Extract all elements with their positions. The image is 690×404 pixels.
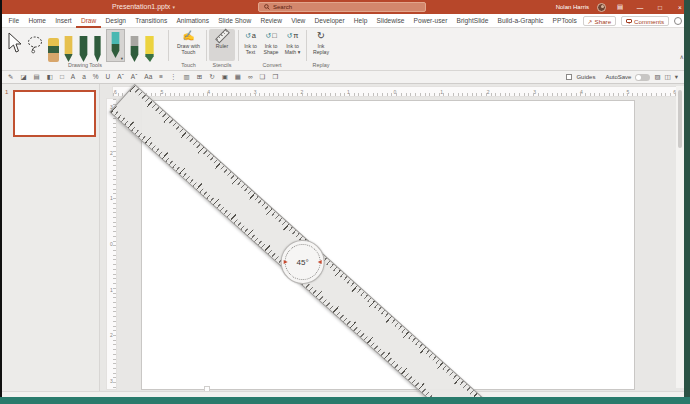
selected-pen-tool[interactable]: ▾ bbox=[106, 29, 125, 62]
menu-tab[interactable]: File bbox=[4, 14, 24, 28]
menu-tab[interactable]: Help bbox=[349, 14, 372, 28]
menu-tab[interactable]: Design bbox=[101, 14, 131, 28]
clipboard-icon[interactable]: ▤ bbox=[34, 71, 40, 83]
guides-label: Guides bbox=[576, 74, 595, 80]
pen-tool[interactable] bbox=[78, 36, 89, 62]
group-label-stencils: Stencils bbox=[204, 62, 240, 68]
scrollbar-thumb[interactable] bbox=[678, 90, 682, 148]
chevron-down-icon[interactable]: ▾ bbox=[675, 71, 678, 83]
change-case-icon[interactable]: Aa bbox=[144, 71, 152, 83]
slide-thumbnail[interactable] bbox=[13, 90, 96, 137]
arrange-icon[interactable]: ▣ bbox=[222, 71, 228, 83]
share-button[interactable]: ↗ Share bbox=[583, 16, 617, 26]
chevron-down-icon[interactable]: ▾ bbox=[121, 57, 123, 61]
vertical-ruler: 3210123 bbox=[106, 98, 117, 390]
align-icon[interactable]: ▥ bbox=[184, 71, 190, 83]
menu-tab[interactable]: Draw bbox=[76, 14, 101, 28]
rotate-icon[interactable]: ↻ bbox=[209, 71, 214, 83]
menu-tab[interactable]: Power-user bbox=[409, 14, 452, 28]
slide-number: 1 bbox=[5, 89, 8, 95]
menu-tab[interactable]: Review bbox=[256, 14, 287, 28]
pen-tool[interactable] bbox=[93, 36, 102, 62]
menu-tab[interactable]: Slidewise bbox=[372, 14, 409, 28]
menu-tab[interactable]: BrightSlide bbox=[452, 14, 493, 28]
draw-with-touch-button[interactable]: ✍ Draw with Touch bbox=[172, 29, 205, 61]
document-title[interactable]: Presentation1.pptx▾ bbox=[112, 3, 175, 10]
shrink-font-icon[interactable]: Aˇ bbox=[131, 71, 138, 83]
menu-tab[interactable]: PPTools bbox=[548, 14, 581, 28]
bullets-icon[interactable]: ≡ bbox=[159, 71, 163, 83]
ink-to-shape-button[interactable]: ↺□ Ink to Shape bbox=[261, 29, 281, 61]
outline-color-icon[interactable]: □ bbox=[60, 71, 64, 83]
menu-tab[interactable]: View bbox=[287, 14, 310, 28]
group-label-touch: Touch bbox=[172, 62, 205, 68]
ruler-button[interactable]: Ruler bbox=[209, 29, 235, 61]
screen-icon[interactable]: ▨ bbox=[654, 71, 660, 83]
menu-tab[interactable]: Transitions bbox=[131, 14, 172, 28]
percent-style-icon[interactable]: % bbox=[93, 71, 99, 83]
lasso-select-tool[interactable] bbox=[27, 36, 44, 54]
grow-font-icon[interactable]: Aˆ bbox=[117, 71, 124, 83]
menu-tab[interactable]: Insert bbox=[51, 14, 77, 28]
ruler-number: 1 bbox=[110, 195, 113, 201]
menu-tab[interactable]: Animations bbox=[172, 14, 214, 28]
comments-button[interactable]: Comments bbox=[621, 16, 669, 26]
ink-to-text-button[interactable]: ↺a Ink to Text bbox=[241, 29, 260, 61]
comment-icon[interactable]: ❏ bbox=[260, 71, 266, 83]
slide-thumbnail-panel[interactable]: 1 bbox=[2, 84, 100, 397]
ink-replay-button[interactable]: ↻ Ink Replay bbox=[309, 29, 333, 61]
ink-to-text-icon: ↺a bbox=[245, 29, 256, 42]
highlighter-tool[interactable] bbox=[144, 36, 155, 62]
ruler-number: 5 bbox=[161, 87, 164, 96]
maximize-button[interactable]: □ bbox=[654, 4, 666, 11]
ruler-number: 2 bbox=[300, 87, 303, 96]
link-icon[interactable]: ∞ bbox=[248, 71, 253, 83]
ruler-number: 3 bbox=[254, 87, 257, 96]
highlight-color-icon[interactable]: a bbox=[82, 71, 86, 83]
screen-edge-right bbox=[684, 0, 690, 404]
select-tool[interactable] bbox=[5, 32, 23, 54]
underline-icon[interactable]: U bbox=[106, 71, 111, 83]
pencil-tool[interactable] bbox=[63, 36, 74, 62]
document-title-text: Presentation1.pptx bbox=[112, 3, 170, 10]
group-divider bbox=[238, 30, 239, 61]
group-label-convert: Convert bbox=[241, 62, 303, 68]
autosave-toggle[interactable] bbox=[635, 74, 650, 81]
guides-checkbox[interactable] bbox=[566, 74, 572, 80]
ribbon-tab-bar: FileHomeInsertDrawDesignTransitionsAnima… bbox=[0, 14, 690, 28]
menu-tab[interactable]: Home bbox=[24, 14, 51, 28]
ribbon-display-options-icon[interactable]: ▤ bbox=[614, 3, 626, 11]
menu-tab[interactable]: Developer bbox=[310, 14, 349, 28]
group-divider bbox=[168, 30, 169, 61]
pen-tool[interactable] bbox=[129, 36, 140, 62]
menu-tab[interactable]: Slide Show bbox=[214, 14, 256, 28]
dial-marker-left-icon bbox=[284, 260, 288, 264]
ink-to-math-icon: ↺π bbox=[286, 29, 298, 42]
ink-to-math-button[interactable]: ↺π Ink to Math ▾ bbox=[282, 29, 303, 61]
avatar[interactable] bbox=[597, 3, 606, 12]
layout-icon[interactable]: ◫ bbox=[665, 71, 671, 83]
pen-tool bbox=[110, 32, 121, 58]
ruler-number: 4 bbox=[207, 87, 210, 96]
ruler-number: 3 bbox=[110, 378, 113, 384]
presence-icon[interactable] bbox=[674, 17, 682, 25]
font-color-icon[interactable]: A bbox=[71, 71, 75, 83]
draw-with-touch-icon: ✍ bbox=[182, 29, 194, 42]
numbering-icon[interactable]: ⋮ bbox=[170, 71, 177, 83]
menu-tab[interactable]: Build-a-Graphic bbox=[493, 14, 548, 28]
text-box-icon[interactable]: ⊞ bbox=[197, 71, 202, 83]
note-icon[interactable]: ❐ bbox=[272, 71, 278, 83]
eraser-icon[interactable]: ◪ bbox=[20, 71, 26, 83]
pen-icon[interactable]: ✎ bbox=[8, 71, 13, 83]
ruler-number: 1 bbox=[347, 87, 350, 96]
picture-icon[interactable]: ▦ bbox=[235, 71, 241, 83]
fill-color-icon[interactable]: ◧ bbox=[47, 71, 53, 83]
search-icon bbox=[264, 4, 270, 10]
minimize-button[interactable]: — bbox=[634, 4, 646, 11]
user-name[interactable]: Nolan Harris bbox=[556, 4, 589, 10]
search-box[interactable]: Search bbox=[258, 2, 426, 12]
eraser-tool[interactable] bbox=[48, 38, 59, 62]
vertical-scrollbar[interactable] bbox=[676, 86, 684, 388]
ruler-number: 4 bbox=[580, 87, 583, 96]
ink-replay-icon: ↻ bbox=[317, 29, 325, 42]
